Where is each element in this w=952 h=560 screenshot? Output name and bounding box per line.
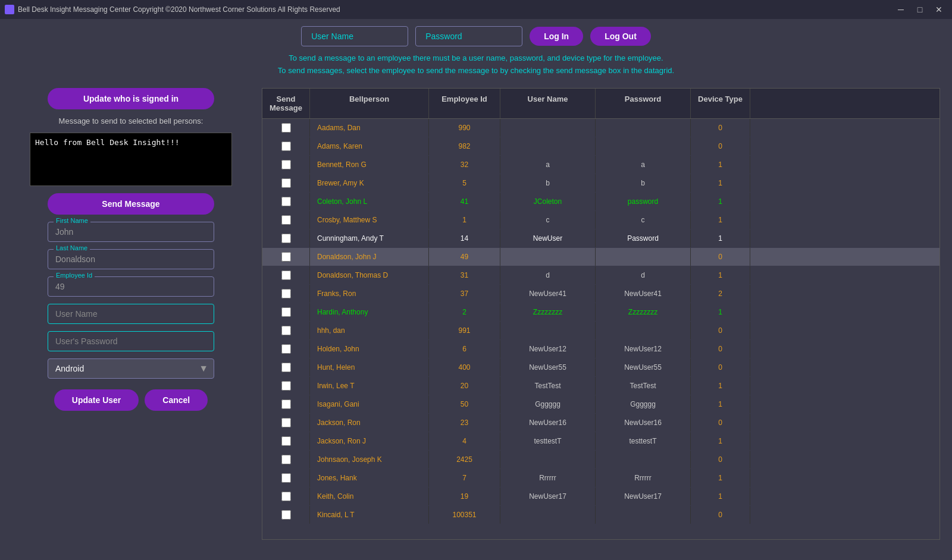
send-message-checkbox[interactable] (281, 455, 291, 464)
login-button[interactable]: Log In (530, 27, 583, 46)
cell-checkbox[interactable] (262, 193, 310, 210)
cell-checkbox[interactable] (262, 395, 310, 413)
table-row[interactable]: Jackson, Ron 23 NewUser16 NewUser16 0 (262, 414, 940, 432)
user-password-input[interactable] (48, 331, 214, 351)
send-message-checkbox[interactable] (281, 234, 291, 243)
table-row[interactable]: Coleton, John L 41 JColeton password 1 (262, 193, 940, 211)
send-message-checkbox[interactable] (281, 363, 291, 372)
first-name-input[interactable] (48, 222, 214, 242)
send-message-button[interactable]: Send Message (48, 193, 214, 215)
cell-username (500, 119, 596, 137)
cell-checkbox[interactable] (262, 137, 310, 155)
table-row[interactable]: Jones, Hank 7 Rrrrrr Rrrrrr 1 (262, 469, 940, 487)
table-row[interactable]: Donaldson, John J 49 0 (262, 248, 940, 266)
send-message-checkbox[interactable] (281, 289, 291, 298)
cell-checkbox[interactable] (262, 119, 310, 137)
username-input[interactable] (301, 26, 408, 46)
table-row[interactable]: Crosby, Matthew S 1 c c 1 (262, 211, 940, 229)
table-row[interactable]: hhh, dan 991 0 (262, 322, 940, 340)
table-row[interactable]: Keith, Colin 19 NewUser17 NewUser17 1 (262, 487, 940, 506)
password-input[interactable] (415, 26, 522, 46)
table-row[interactable]: Franks, Ron 37 NewUser41 NewUser41 2 (262, 285, 940, 303)
cell-checkbox[interactable] (262, 266, 310, 284)
table-row[interactable]: Brewer, Amy K 5 b b 1 (262, 174, 940, 193)
send-message-checkbox[interactable] (281, 326, 291, 335)
table-row[interactable]: Irwin, Lee T 20 TestTest TestTest 1 (262, 377, 940, 395)
send-message-checkbox[interactable] (281, 510, 291, 520)
cell-checkbox[interactable] (262, 358, 310, 376)
cell-checkbox[interactable] (262, 248, 310, 266)
update-user-button[interactable]: Update User (54, 389, 139, 411)
table-row[interactable]: Kincaid, L T 100351 0 (262, 506, 940, 524)
table-row[interactable]: Bennett, Ron G 32 a a 1 (262, 156, 940, 174)
cell-bellperson: Isagani, Gani (310, 395, 429, 413)
table-row[interactable]: Adams, Karen 982 0 (262, 137, 940, 156)
cancel-button[interactable]: Cancel (145, 389, 208, 411)
col-password: Password (596, 89, 691, 118)
cell-checkbox[interactable] (262, 506, 310, 524)
send-message-checkbox[interactable] (281, 307, 291, 317)
user-name-input[interactable] (48, 304, 214, 324)
table-row[interactable]: Hardin, Anthony 2 Zzzzzzzz Zzzzzzzz 1 (262, 303, 940, 322)
cell-device-type: 1 (691, 266, 750, 284)
send-message-checkbox[interactable] (281, 178, 291, 188)
cell-checkbox[interactable] (262, 322, 310, 339)
table-row[interactable]: Holden, John 6 NewUser12 NewUser12 0 (262, 340, 940, 358)
minimize-button[interactable]: ─ (892, 4, 909, 15)
cell-employee-id: 100351 (429, 506, 500, 524)
device-select[interactable]: Android iPhone None (48, 358, 214, 379)
send-message-checkbox[interactable] (281, 492, 291, 501)
send-message-checkbox[interactable] (281, 399, 291, 409)
send-message-checkbox[interactable] (281, 160, 291, 169)
send-message-checkbox[interactable] (281, 418, 291, 427)
cell-username: a (500, 156, 596, 174)
send-message-checkbox[interactable] (281, 381, 291, 391)
cell-checkbox[interactable] (262, 432, 310, 450)
send-message-checkbox[interactable] (281, 252, 291, 262)
cell-checkbox[interactable] (262, 174, 310, 192)
cell-employee-id: 990 (429, 119, 500, 137)
last-name-input[interactable] (48, 249, 214, 269)
send-message-checkbox[interactable] (281, 141, 291, 151)
cell-checkbox[interactable] (262, 451, 310, 468)
cell-checkbox[interactable] (262, 303, 310, 321)
grid-body[interactable]: Aadams, Dan 990 0 Adams, Karen 982 0 Ben… (262, 119, 940, 540)
cell-bellperson: Hardin, Anthony (310, 303, 429, 321)
table-row[interactable]: Jackson, Ron J 4 testtestT testtestT 1 (262, 432, 940, 451)
table-row[interactable]: Johnsaon, Joseph K 2425 0 (262, 451, 940, 469)
username-group (48, 304, 214, 324)
cell-bellperson: Hunt, Helen (310, 358, 429, 376)
cell-checkbox[interactable] (262, 487, 310, 505)
send-message-checkbox[interactable] (281, 473, 291, 483)
cell-checkbox[interactable] (262, 340, 310, 358)
header-inputs: Log In Log Out (301, 26, 651, 46)
title-bar-text: Bell Desk Insight Messaging Center Copyr… (18, 5, 340, 14)
table-row[interactable]: Hunt, Helen 400 NewUser55 NewUser55 0 (262, 358, 940, 377)
send-message-checkbox[interactable] (281, 215, 291, 225)
cell-checkbox[interactable] (262, 156, 310, 174)
maximize-button[interactable]: □ (912, 4, 928, 15)
table-row[interactable]: Aadams, Dan 990 0 (262, 119, 940, 137)
send-message-checkbox[interactable] (281, 123, 291, 133)
cell-checkbox[interactable] (262, 469, 310, 487)
send-message-checkbox[interactable] (281, 270, 291, 280)
cell-checkbox[interactable] (262, 414, 310, 432)
table-row[interactable]: Cunningham, Andy T 14 NewUser Password 1 (262, 229, 940, 248)
employee-id-input[interactable] (48, 276, 214, 297)
send-message-checkbox[interactable] (281, 197, 291, 206)
send-message-checkbox[interactable] (281, 344, 291, 354)
message-textarea[interactable] (30, 133, 232, 186)
cell-checkbox[interactable] (262, 211, 310, 229)
cell-device-type: 1 (691, 174, 750, 192)
close-button[interactable]: ✕ (931, 4, 947, 15)
logout-button[interactable]: Log Out (590, 27, 651, 46)
cell-checkbox[interactable] (262, 285, 310, 303)
table-row[interactable]: Donaldson, Thomas D 31 d d 1 (262, 266, 940, 285)
app-icon (5, 5, 14, 14)
cell-password: testtestT (596, 432, 691, 450)
table-row[interactable]: Isagani, Gani 50 Gggggg Gggggg 1 (262, 395, 940, 414)
send-message-checkbox[interactable] (281, 436, 291, 446)
update-signed-in-button[interactable]: Update who is signed in (48, 88, 214, 109)
cell-checkbox[interactable] (262, 377, 310, 395)
cell-checkbox[interactable] (262, 229, 310, 247)
